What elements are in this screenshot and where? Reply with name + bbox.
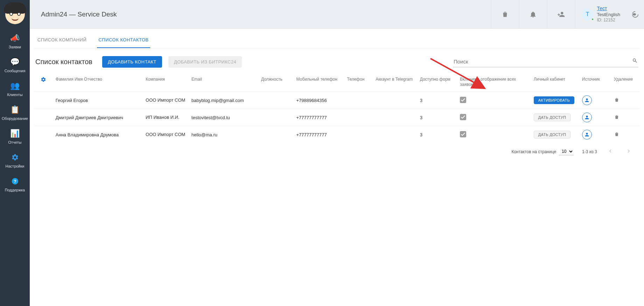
pager-range: 1-3 из 3: [582, 149, 597, 154]
sidebar-item-support[interactable]: ? Поддержка: [0, 172, 30, 196]
th-position: Должность: [258, 73, 294, 92]
delete-button[interactable]: [614, 132, 620, 138]
per-page-select[interactable]: 10: [559, 148, 574, 155]
th-fio: Фамилия Имя Отчество: [53, 73, 143, 92]
th-source: Источник: [579, 73, 611, 92]
cell-phone: [344, 126, 373, 143]
cell-position: [258, 126, 294, 143]
source-button[interactable]: [582, 95, 592, 105]
app-title: Admin24 — Service Desk: [41, 11, 117, 18]
checkbox-showall[interactable]: [460, 97, 466, 103]
delete-button[interactable]: [614, 115, 620, 121]
trash-icon: [614, 131, 620, 137]
pager: Контактов на странице 10 1-3 из 3: [34, 143, 640, 162]
person-icon: [584, 97, 590, 103]
th-cabinet: Личный кабинет: [531, 73, 579, 92]
trash-button[interactable]: [491, 0, 519, 28]
status-dot-icon: [591, 18, 594, 21]
main: Admin24 — Service Desk Т Тест TestEnglis…: [30, 0, 644, 306]
user-id: ID: 12152: [597, 18, 620, 23]
help-icon: ?: [10, 177, 20, 186]
user-avatar: Т: [582, 8, 594, 20]
checkbox-showall[interactable]: [460, 114, 466, 120]
equipment-icon: 📋: [10, 105, 20, 114]
tab-contacts[interactable]: СПИСОК КОНТАКТОВ: [97, 34, 150, 48]
logout-button[interactable]: [626, 0, 644, 28]
user-name-link[interactable]: Тест: [597, 6, 620, 12]
cell-fio: Дмитрий Дмитриев Дмитриевич: [53, 109, 143, 126]
user-sub: TestEnglish: [597, 12, 620, 18]
add-user-button[interactable]: [547, 0, 575, 28]
sidebar-item-label: Клиенты: [7, 93, 22, 97]
checkbox-showall[interactable]: [460, 131, 466, 137]
page-title: Список контактов: [35, 58, 92, 66]
trash-icon: [614, 97, 620, 103]
cell-forms: 3: [417, 126, 457, 143]
sidebar-item-label: Отчеты: [8, 140, 21, 144]
sidebar-item-requests[interactable]: 📣 Заявки: [0, 29, 30, 53]
table-row[interactable]: Дмитрий Дмитриев Дмитриевич ИП Иванов И.…: [34, 109, 640, 126]
notifications-button[interactable]: [519, 0, 547, 28]
cell-mobile: +79889684356: [293, 92, 344, 109]
cell-phone: [344, 92, 373, 109]
pager-prev[interactable]: [606, 148, 615, 155]
pager-next[interactable]: [624, 148, 634, 155]
sidebar-item-settings[interactable]: Настройки: [0, 148, 30, 172]
avatar-logo: [0, 0, 30, 29]
logout-icon: [631, 11, 639, 18]
cabinet-button[interactable]: ДАТЬ ДОСТУП: [534, 131, 570, 138]
add-contact-button[interactable]: ДОБАВИТЬ КОНТАКТ: [102, 56, 162, 68]
th-mobile: Мобильный телефон: [293, 73, 344, 92]
th-phone: Телефон: [344, 73, 373, 92]
sidebar-item-equipment[interactable]: 📋 Оборудование: [0, 100, 30, 124]
cell-company: ООО Импорт COM: [143, 92, 189, 109]
chat-icon: 💬: [10, 57, 20, 67]
sidebar-item-clients[interactable]: 👥 Клиенты: [0, 76, 30, 100]
search-box[interactable]: [453, 56, 638, 67]
table-row[interactable]: Георгий Егоров ООО Импорт COM babyblog.m…: [34, 92, 640, 109]
th-telegram: Аккаунт в Telegram: [373, 73, 417, 92]
check-icon: [460, 114, 466, 120]
cell-fio: Георгий Егоров: [53, 92, 143, 109]
table-row[interactable]: Анна Владимировна Друмова ООО Импорт COM…: [34, 126, 640, 143]
search-input[interactable]: [454, 59, 632, 64]
cell-position: [258, 92, 294, 109]
sidebar-item-reports[interactable]: 📊 Отчеты: [0, 124, 30, 148]
th-forms: Доступно форм: [417, 73, 457, 92]
toolbar: Список контактов ДОБАВИТЬ КОНТАКТ ДОБАВИ…: [34, 48, 640, 70]
search-icon: [632, 58, 638, 65]
source-button[interactable]: [582, 130, 592, 140]
topbar: Admin24 — Service Desk Т Тест TestEnglis…: [30, 0, 644, 29]
cell-telegram: [373, 126, 417, 143]
cell-phone: [344, 109, 373, 126]
user-initial: Т: [586, 11, 589, 18]
chevron-right-icon: [626, 148, 631, 154]
sidebar-item-label: Настройки: [6, 164, 24, 168]
sidebar-item-label: Оборудование: [2, 116, 28, 121]
cell-position: [258, 109, 294, 126]
delete-button[interactable]: [614, 98, 620, 104]
contacts-table: Фамилия Имя Отчество Компания Email Долж…: [34, 73, 640, 143]
person-icon: [584, 115, 590, 120]
cell-fio: Анна Владимировна Друмова: [53, 126, 143, 143]
sidebar-item-messages[interactable]: 💬 Сообщения: [0, 53, 30, 76]
check-icon: [460, 131, 466, 137]
cell-company: ИП Иванов И.И.: [143, 109, 189, 126]
avatar-face: [5, 5, 25, 24]
person-add-icon: [557, 11, 565, 18]
source-button[interactable]: [582, 113, 592, 122]
sidebar-item-label: Сообщения: [5, 69, 26, 73]
cell-forms: 3: [417, 92, 457, 109]
th-delete: Удаление: [611, 73, 640, 92]
cell-mobile: +77777777777: [293, 109, 344, 126]
cell-forms: 3: [417, 109, 457, 126]
user-block[interactable]: Т Тест TestEnglish ID: 12152: [575, 0, 626, 28]
table-settings-icon[interactable]: [41, 77, 46, 83]
th-email: Email: [189, 73, 258, 92]
trash-icon: [614, 114, 620, 120]
cabinet-button[interactable]: ДАТЬ ДОСТУП: [534, 114, 570, 121]
per-page-label: Контактов на странице: [511, 149, 556, 154]
tab-companies[interactable]: СПИСОК КОМПАНИЙ: [36, 34, 88, 48]
megaphone-icon: 📣: [10, 34, 20, 43]
cabinet-button[interactable]: АКТИВИРОВАТЬ: [534, 96, 574, 104]
